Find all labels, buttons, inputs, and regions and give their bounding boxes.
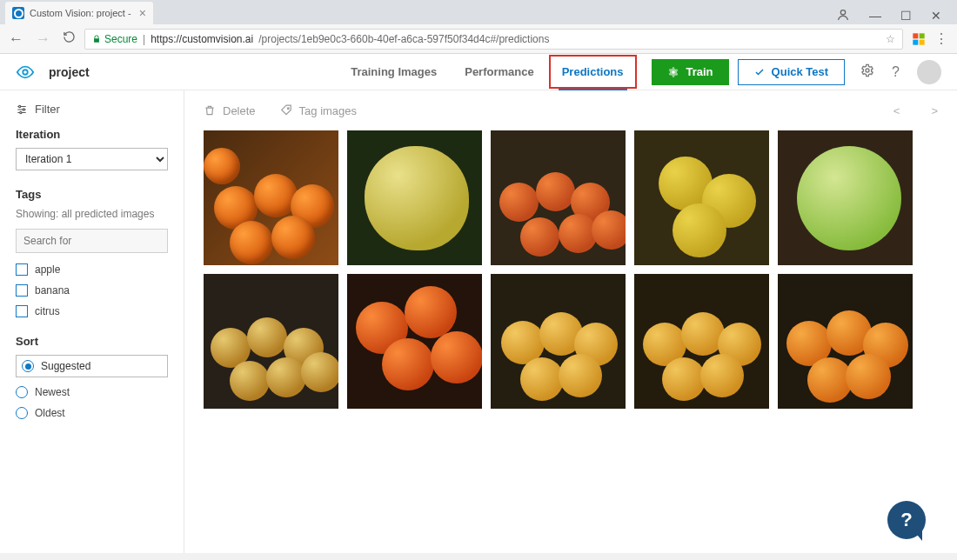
bookmark-star-icon[interactable]: ☆ (886, 33, 895, 45)
svg-point-0 (840, 10, 845, 14)
sort-radio-suggested[interactable]: Suggested (16, 355, 168, 377)
svg-rect-2 (920, 33, 925, 38)
tag-search-input[interactable] (16, 229, 168, 253)
sliders-icon (16, 103, 28, 116)
help-chat-button[interactable]: ? (887, 501, 926, 539)
prediction-thumb[interactable] (204, 274, 338, 409)
sort-heading: Sort (16, 335, 168, 348)
svg-point-9 (23, 108, 24, 110)
sort-radio-oldest[interactable]: Oldest (16, 407, 168, 419)
close-window-icon[interactable]: ✕ (931, 9, 941, 23)
svg-rect-4 (920, 39, 925, 44)
tag-icon (280, 104, 292, 117)
svg-point-8 (19, 105, 21, 107)
trash-icon (204, 104, 216, 117)
tag-checkbox-apple[interactable]: apple (16, 263, 168, 276)
filter-heading: Filter (16, 103, 168, 116)
tab-title: Custom Vision: project - (30, 8, 131, 18)
address-bar[interactable]: Secure | https://customvision.ai/project… (84, 29, 903, 50)
url-path: /projects/1eb9e0c3-660b-40ef-a6ca-597f50… (258, 33, 549, 45)
gear-icon (667, 66, 679, 78)
lock-icon (92, 35, 101, 43)
iteration-select[interactable]: Iteration 1 (16, 148, 168, 170)
tag-checkbox-banana[interactable]: banana (16, 284, 168, 297)
page-prev[interactable]: < (893, 104, 900, 117)
delete-button[interactable]: Delete (204, 104, 256, 117)
svg-point-5 (23, 70, 28, 75)
windows-logo-icon (912, 32, 926, 46)
close-tab-icon[interactable]: × (139, 6, 146, 20)
predictions-grid (204, 130, 938, 409)
prediction-thumb[interactable] (347, 130, 482, 265)
quick-test-button[interactable]: Quick Test (738, 59, 846, 85)
back-icon[interactable]: ← (9, 30, 23, 48)
train-button[interactable]: Train (652, 59, 729, 85)
svg-point-7 (866, 69, 869, 72)
prediction-thumb[interactable] (204, 130, 338, 265)
url-host: https://customvision.ai (151, 33, 253, 45)
svg-rect-1 (913, 33, 918, 38)
prediction-thumb[interactable] (778, 130, 913, 265)
svg-rect-3 (913, 39, 918, 44)
tags-hint: Showing: all predicted images (16, 208, 168, 220)
secure-indicator: Secure (92, 33, 137, 45)
project-name: project (49, 65, 90, 79)
settings-gear-icon[interactable] (860, 63, 874, 81)
nav-performance[interactable]: Performance (451, 54, 547, 90)
minimize-icon[interactable]: — (869, 9, 881, 23)
tag-checkbox-citrus[interactable]: citrus (16, 305, 168, 317)
account-icon[interactable] (836, 8, 850, 24)
svg-point-11 (287, 108, 289, 110)
customvision-logo-icon (16, 63, 35, 82)
sort-radio-newest[interactable]: Newest (16, 386, 168, 398)
user-avatar[interactable] (917, 60, 941, 84)
forward-icon[interactable]: → (36, 30, 50, 48)
page-next[interactable]: > (931, 104, 938, 117)
prediction-thumb[interactable] (778, 274, 913, 409)
tags-heading: Tags (16, 188, 168, 201)
help-icon[interactable]: ? (892, 64, 900, 80)
main-nav: Training Images Performance Predictions … (337, 54, 941, 90)
nav-training-images[interactable]: Training Images (337, 54, 451, 90)
reload-icon[interactable] (63, 30, 76, 48)
sidebar: Filter Iteration Iteration 1 Tags Showin… (0, 90, 184, 553)
prediction-thumb[interactable] (491, 130, 626, 265)
prediction-thumb[interactable] (634, 130, 769, 265)
tab-favicon (12, 7, 24, 19)
prediction-thumb[interactable] (634, 274, 769, 409)
main-content: Delete Tag images < > (184, 90, 957, 553)
maximize-icon[interactable]: ☐ (900, 9, 912, 23)
browser-menu-icon[interactable]: ⋮ (934, 30, 948, 47)
window-controls: — ☐ ✕ (836, 0, 957, 31)
svg-point-10 (20, 111, 22, 113)
tag-images-button[interactable]: Tag images (280, 104, 357, 117)
prediction-thumb[interactable] (491, 274, 626, 409)
check-icon (754, 67, 765, 77)
nav-predictions[interactable]: Predictions (548, 54, 638, 90)
iteration-heading: Iteration (16, 128, 168, 141)
prediction-thumb[interactable] (347, 274, 482, 409)
browser-tab[interactable]: Custom Vision: project - × (5, 2, 153, 24)
